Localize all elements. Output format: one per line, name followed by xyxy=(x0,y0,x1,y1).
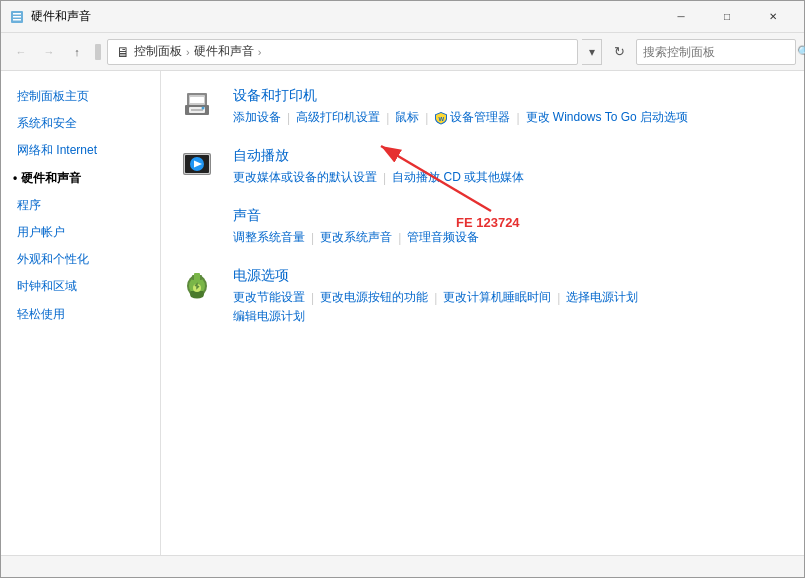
path-dropdown[interactable]: ▾ xyxy=(582,39,602,65)
close-button[interactable]: ✕ xyxy=(750,1,796,33)
path-current: 硬件和声音 xyxy=(194,43,254,60)
sidebar-item-hardware[interactable]: 硬件和声音 xyxy=(1,165,160,192)
power-button-link[interactable]: 更改电源按钮的功能 xyxy=(320,289,428,306)
forward-button[interactable]: → xyxy=(37,40,61,64)
power-links-row1: 更改节能设置 | 更改电源按钮的功能 | 更改计算机睡眠时间 | 选择电源计划 xyxy=(233,289,784,306)
power-content: 电源选项 更改节能设置 | 更改电源按钮的功能 | 更改计算机睡眠时间 | 选择… xyxy=(233,267,784,325)
sidebar-item-clock[interactable]: 时钟和区域 xyxy=(1,273,160,300)
section-sound: 声音 调整系统音量 | 更改系统声音 | 管理音频设备 xyxy=(181,207,784,247)
add-device-link[interactable]: 添加设备 xyxy=(233,109,281,126)
window-icon xyxy=(9,9,25,25)
search-box[interactable]: 🔍 xyxy=(636,39,796,65)
device-manager-link[interactable]: 设备管理器 xyxy=(450,109,510,126)
window-title: 硬件和声音 xyxy=(31,8,658,25)
svg-rect-24 xyxy=(190,219,196,231)
content-area: 设备和打印机 添加设备 | 高级打印机设置 | 鼠标 | xyxy=(161,71,804,361)
sidebar-item-ease[interactable]: 轻松使用 xyxy=(1,301,160,328)
sidebar-item-users[interactable]: 用户帐户 xyxy=(1,219,160,246)
main-content: 控制面板主页 系统和安全 网络和 Internet 硬件和声音 程序 用户帐户 … xyxy=(1,71,804,555)
content-wrapper: FE 123724 xyxy=(161,71,804,555)
section-power: 电源选项 更改节能设置 | 更改电源按钮的功能 | 更改计算机睡眠时间 | 选择… xyxy=(181,267,784,325)
search-icon: 🔍 xyxy=(797,45,805,59)
autoplay-content: 自动播放 更改媒体或设备的默认设置 | 自动播放 CD 或其他媒体 xyxy=(233,147,784,187)
svg-rect-3 xyxy=(13,19,21,21)
path-separator: › xyxy=(186,46,190,58)
sidebar-item-home[interactable]: 控制面板主页 xyxy=(1,83,160,110)
printer-settings-link[interactable]: 高级打印机设置 xyxy=(296,109,380,126)
svg-rect-11 xyxy=(191,109,203,111)
window-controls: ─ □ ✕ xyxy=(658,1,796,33)
devices-title[interactable]: 设备和打印机 xyxy=(233,87,784,105)
up-button[interactable]: ↑ xyxy=(65,40,89,64)
sidebar: 控制面板主页 系统和安全 网络和 Internet 硬件和声音 程序 用户帐户 … xyxy=(1,71,161,555)
sleep-time-link[interactable]: 更改计算机睡眠时间 xyxy=(443,289,551,306)
address-path[interactable]: 🖥 控制面板 › 硬件和声音 › xyxy=(107,39,578,65)
section-autoplay: 自动播放 更改媒体或设备的默认设置 | 自动播放 CD 或其他媒体 xyxy=(181,147,784,187)
devices-links: 添加设备 | 高级打印机设置 | 鼠标 | W xyxy=(233,109,784,126)
autoplay-title[interactable]: 自动播放 xyxy=(233,147,784,165)
svg-rect-1 xyxy=(13,16,21,18)
main-window: 硬件和声音 ─ □ ✕ ← → ↑ 🖥 控制面板 › 硬件和声音 › ▾ ↻ 🔍… xyxy=(0,0,805,578)
autoplay-cd-link[interactable]: 自动播放 CD 或其他媒体 xyxy=(392,169,524,186)
power-icon xyxy=(181,267,221,307)
path-root-icon: 🖥 xyxy=(116,44,130,60)
windows-to-go-link[interactable]: 更改 Windows To Go 启动选项 xyxy=(526,109,688,126)
device-manager-link-container: W 设备管理器 xyxy=(434,109,510,126)
sound-title[interactable]: 声音 xyxy=(233,207,784,225)
path-end-separator: › xyxy=(258,46,262,58)
refresh-button[interactable]: ↻ xyxy=(606,39,632,65)
choose-plan-link[interactable]: 选择电源计划 xyxy=(566,289,638,306)
energy-settings-link[interactable]: 更改节能设置 xyxy=(233,289,305,306)
svg-rect-2 xyxy=(13,13,21,15)
mouse-link[interactable]: 鼠标 xyxy=(395,109,419,126)
section-devices: 设备和打印机 添加设备 | 高级打印机设置 | 鼠标 | xyxy=(181,87,784,127)
sound-content: 声音 调整系统音量 | 更改系统声音 | 管理音频设备 xyxy=(233,207,784,247)
shield-icon: W xyxy=(434,111,448,125)
power-title[interactable]: 电源选项 xyxy=(233,267,784,285)
svg-point-12 xyxy=(202,107,205,110)
back-button[interactable]: ← xyxy=(9,40,33,64)
path-root: 控制面板 xyxy=(134,43,182,60)
title-bar: 硬件和声音 ─ □ ✕ xyxy=(1,1,804,33)
devices-content: 设备和打印机 添加设备 | 高级打印机设置 | 鼠标 | xyxy=(233,87,784,127)
autoplay-links: 更改媒体或设备的默认设置 | 自动播放 CD 或其他媒体 xyxy=(233,169,784,186)
status-bar xyxy=(1,555,804,577)
address-bar: ← → ↑ 🖥 控制面板 › 硬件和声音 › ▾ ↻ 🔍 xyxy=(1,33,804,71)
sidebar-item-appearance[interactable]: 外观和个性化 xyxy=(1,246,160,273)
minimize-button[interactable]: ─ xyxy=(658,1,704,33)
sidebar-item-programs[interactable]: 程序 xyxy=(1,192,160,219)
svg-text:W: W xyxy=(439,116,445,122)
search-input[interactable] xyxy=(643,45,793,59)
devices-icon xyxy=(181,87,221,127)
sound-links: 调整系统音量 | 更改系统声音 | 管理音频设备 xyxy=(233,229,784,246)
svg-rect-29 xyxy=(194,273,200,282)
svg-rect-13 xyxy=(190,97,204,103)
sidebar-item-system[interactable]: 系统和安全 xyxy=(1,110,160,137)
svg-marker-25 xyxy=(196,217,203,233)
sound-icon xyxy=(181,207,221,247)
adjust-volume-link[interactable]: 调整系统音量 xyxy=(233,229,305,246)
edit-plan-link[interactable]: 编辑电源计划 xyxy=(233,309,305,323)
change-default-link[interactable]: 更改媒体或设备的默认设置 xyxy=(233,169,377,186)
maximize-button[interactable]: □ xyxy=(704,1,750,33)
change-sounds-link[interactable]: 更改系统声音 xyxy=(320,229,392,246)
manage-audio-link[interactable]: 管理音频设备 xyxy=(407,229,479,246)
autoplay-icon xyxy=(181,147,221,187)
sidebar-item-network[interactable]: 网络和 Internet xyxy=(1,137,160,164)
